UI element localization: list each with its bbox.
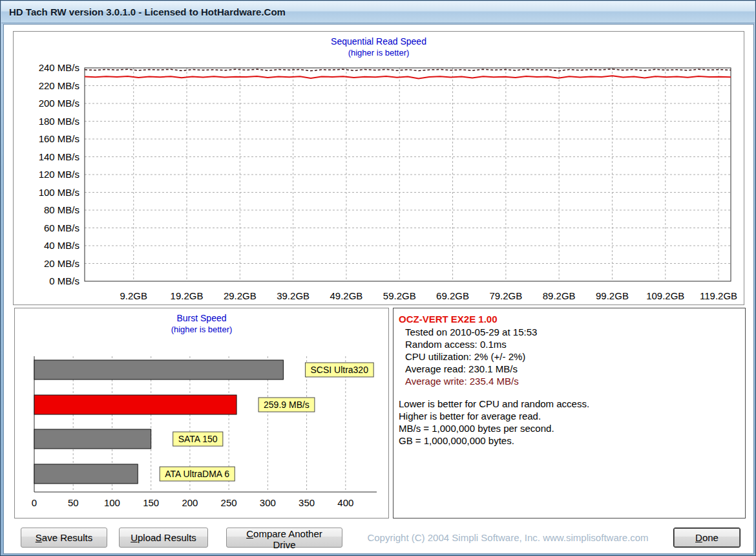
done-label: one — [702, 532, 719, 543]
save-results-label: ave Results — [42, 532, 92, 543]
svg-text:79.2GB: 79.2GB — [489, 290, 522, 301]
burst-speed-chart: 050100150200250300350400SCSI Ultra320259… — [17, 351, 386, 514]
svg-text:89.2GB: 89.2GB — [543, 290, 576, 301]
note-lower-better: Lower is better for CPU and random acces… — [394, 398, 745, 410]
svg-text:19.2GB: 19.2GB — [171, 290, 204, 301]
client-area: Sequential Read Speed (higher is better)… — [3, 24, 754, 554]
svg-text:100 MB/s: 100 MB/s — [39, 187, 79, 198]
sequential-chart-title: Sequential Read Speed — [14, 36, 744, 47]
svg-text:60 MB/s: 60 MB/s — [44, 222, 79, 233]
svg-text:350: 350 — [299, 497, 315, 508]
drive-name: OCZ-VERT EX2E 1.00 — [394, 308, 745, 326]
svg-text:240 MB/s: 240 MB/s — [39, 63, 79, 73]
svg-text:0: 0 — [32, 497, 37, 508]
sequential-read-chart-panel: Sequential Read Speed (higher is better)… — [13, 31, 744, 305]
compare-label: ompare Another Drive — [253, 528, 322, 550]
svg-text:39.2GB: 39.2GB — [277, 290, 310, 301]
svg-text:9.2GB: 9.2GB — [120, 290, 147, 301]
svg-text:80 MB/s: 80 MB/s — [44, 204, 79, 215]
svg-text:100: 100 — [104, 497, 120, 508]
svg-text:69.2GB: 69.2GB — [436, 290, 469, 301]
svg-text:50: 50 — [68, 497, 79, 508]
svg-text:ATA UltraDMA 6: ATA UltraDMA 6 — [165, 469, 229, 479]
drive-info-panel: OCZ-VERT EX2E 1.00 Tested on 2010-05-29 … — [393, 308, 746, 519]
svg-text:180 MB/s: 180 MB/s — [39, 116, 79, 127]
app-window: HD Tach RW version 3.0.1.0 - Licensed to… — [0, 0, 756, 556]
sequential-read-chart: 240 MB/s220 MB/s200 MB/s180 MB/s160 MB/s… — [14, 63, 744, 305]
svg-text:119.2GB: 119.2GB — [700, 290, 737, 301]
svg-text:49.2GB: 49.2GB — [330, 290, 363, 301]
svg-text:109.2GB: 109.2GB — [646, 290, 684, 301]
burst-chart-title: Burst Speed — [15, 313, 388, 323]
burst-chart-subtitle: (higher is better) — [15, 325, 388, 334]
svg-text:250: 250 — [221, 497, 237, 508]
svg-text:300: 300 — [260, 497, 276, 508]
save-results-button[interactable]: Save Results — [21, 528, 107, 548]
svg-text:40 MB/s: 40 MB/s — [44, 240, 79, 251]
upload-results-button[interactable]: Upload Results — [119, 528, 208, 548]
upload-results-accesskey: U — [131, 532, 138, 543]
done-accesskey: D — [695, 532, 702, 543]
svg-text:400: 400 — [337, 497, 353, 508]
notes-block: Lower is better for CPU and random acces… — [394, 398, 745, 447]
footer-bar: Save Results Upload Results Compare Anot… — [4, 524, 755, 553]
svg-text:200 MB/s: 200 MB/s — [39, 98, 79, 109]
copyright-text: Copyright (C) 2004 Simpli Software, Inc.… — [353, 532, 663, 543]
note-mbs-def: MB/s = 1,000,000 bytes per second. — [394, 422, 745, 434]
done-button[interactable]: Done — [673, 528, 740, 548]
note-gb-def: GB = 1,000,000,000 bytes. — [394, 434, 745, 447]
svg-text:120 MB/s: 120 MB/s — [39, 169, 79, 180]
compare-accesskey: C — [246, 528, 253, 539]
svg-text:0 MB/s: 0 MB/s — [49, 275, 79, 286]
svg-text:29.2GB: 29.2GB — [224, 290, 257, 301]
svg-text:200: 200 — [182, 497, 198, 508]
upload-results-label: pload Results — [138, 532, 196, 543]
average-read-line: Average read: 230.1 MB/s — [394, 363, 745, 375]
save-results-accesskey: S — [36, 532, 42, 543]
note-higher-better: Higher is better for average read. — [394, 410, 745, 422]
svg-text:SATA 150: SATA 150 — [178, 434, 218, 444]
title-bar[interactable]: HD Tach RW version 3.0.1.0 - Licensed to… — [1, 1, 755, 23]
svg-text:150: 150 — [143, 497, 159, 508]
svg-text:160 MB/s: 160 MB/s — [39, 133, 79, 144]
svg-text:20 MB/s: 20 MB/s — [44, 258, 79, 269]
cpu-utilization-line: CPU utilization: 2% (+/- 2%) — [394, 350, 745, 363]
compare-another-drive-button[interactable]: Compare Another Drive — [226, 528, 342, 548]
svg-text:140 MB/s: 140 MB/s — [39, 151, 79, 162]
svg-text:259.9 MB/s: 259.9 MB/s — [264, 400, 310, 410]
tested-on-line: Tested on 2010-05-29 at 15:53 — [394, 326, 745, 338]
window-title: HD Tach RW version 3.0.1.0 - Licensed to… — [1, 6, 286, 17]
svg-text:99.2GB: 99.2GB — [596, 290, 629, 301]
average-write-line: Average write: 235.4 MB/s — [394, 375, 745, 387]
svg-text:SCSI Ultra320: SCSI Ultra320 — [310, 365, 368, 375]
sequential-chart-subtitle: (higher is better) — [14, 48, 744, 58]
svg-text:220 MB/s: 220 MB/s — [39, 80, 79, 91]
random-access-line: Random access: 0.1ms — [394, 338, 745, 350]
svg-text:59.2GB: 59.2GB — [383, 290, 416, 301]
burst-speed-chart-panel: Burst Speed (higher is better) 050100150… — [14, 308, 389, 519]
